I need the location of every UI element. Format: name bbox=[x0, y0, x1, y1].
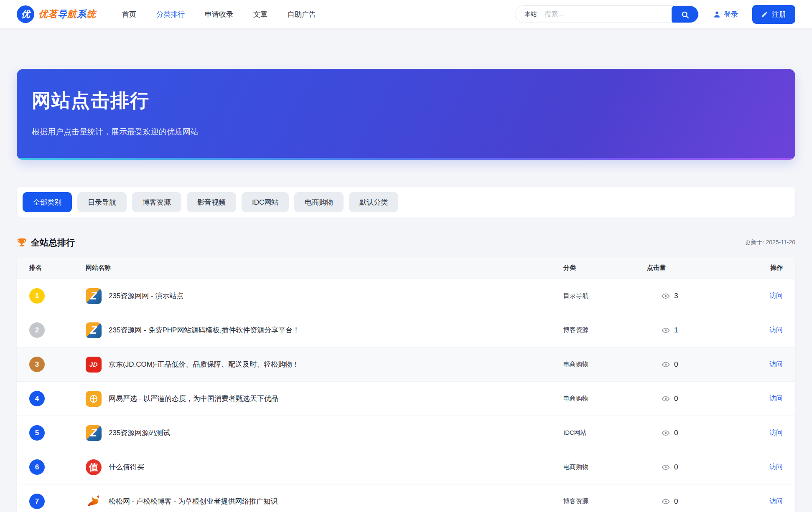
col-site: 网站名称 bbox=[86, 264, 563, 272]
table-row: 3 JD 京东(JD.COM)-正品低价、品质保障、配送及时、轻松购物！ 电商购… bbox=[17, 347, 795, 381]
col-clicks: 点击量 bbox=[647, 264, 745, 272]
site-favicon-z: Z bbox=[86, 425, 102, 441]
site-favicon-z: Z bbox=[86, 322, 102, 338]
filter-idc-sites[interactable]: IDC网站 bbox=[242, 192, 289, 212]
category-filter-bar: 全部类别 目录导航 博客资源 影音视频 IDC网站 电商购物 默认分类 bbox=[17, 187, 795, 218]
visit-link[interactable]: 访问 bbox=[745, 360, 783, 369]
filter-directory-nav[interactable]: 目录导航 bbox=[77, 192, 127, 212]
search-scope-select[interactable]: 本站 bbox=[515, 10, 545, 18]
hero-accent-strip bbox=[17, 158, 795, 160]
table-row: 4 网易严选 - 以严谨的态度，为中国消费者甄选天下优品 电商购物 0 访问 bbox=[17, 381, 795, 416]
site-category: 电商购物 bbox=[563, 360, 647, 368]
eye-icon bbox=[662, 429, 670, 437]
click-count: 3 bbox=[674, 292, 678, 300]
visit-link[interactable]: 访问 bbox=[745, 463, 783, 471]
site-name[interactable]: 网易严选 - 以严谨的态度，为中国消费者甄选天下优品 bbox=[109, 394, 278, 403]
rank-badge: 7 bbox=[29, 494, 45, 509]
table-row: 1 Z 235资源网网 - 演示站点 目录导航 3 访问 bbox=[17, 279, 795, 313]
click-count: 0 bbox=[674, 497, 678, 506]
page-title: 网站点击排行 bbox=[32, 88, 780, 113]
rank-badge: 6 bbox=[29, 459, 45, 475]
filter-ecommerce[interactable]: 电商购物 bbox=[294, 192, 344, 212]
top-navbar: 优 优茗导航系统 首页 分类排行 申请收录 文章 自助广告 本站 bbox=[0, 0, 812, 28]
filter-default-category[interactable]: 默认分类 bbox=[349, 192, 398, 212]
rank-badge: 5 bbox=[29, 425, 45, 441]
site-name[interactable]: 京东(JD.COM)-正品低价、品质保障、配送及时、轻松购物！ bbox=[109, 360, 299, 369]
site-favicon-zhi: 值 bbox=[86, 459, 102, 475]
register-button[interactable]: 注册 bbox=[752, 5, 795, 24]
page-subtitle: 根据用户点击量统计，展示最受欢迎的优质网站 bbox=[32, 127, 780, 137]
navbar-right: 本站 登录 注册 bbox=[515, 5, 795, 24]
col-category: 分类 bbox=[563, 264, 647, 272]
site-favicon-fox bbox=[86, 494, 102, 509]
filter-blog-resources[interactable]: 博客资源 bbox=[132, 192, 181, 212]
visit-link[interactable]: 访问 bbox=[745, 291, 783, 300]
table-row: 5 Z 235资源网源码测试 IDC网站 0 访问 bbox=[17, 416, 795, 450]
site-name[interactable]: 松松网 - 卢松松博客 - 为草根创业者提供网络推广知识 bbox=[109, 497, 277, 506]
site-name[interactable]: 什么值得买 bbox=[109, 462, 144, 472]
nav-item-self-ads[interactable]: 自助广告 bbox=[288, 10, 316, 19]
main-nav: 首页 分类排行 申请收录 文章 自助广告 bbox=[122, 10, 316, 19]
site-name[interactable]: 235资源网 - 免费PHP网站源码模板,插件软件资源分享平台！ bbox=[109, 325, 300, 335]
nav-item-articles[interactable]: 文章 bbox=[253, 10, 267, 19]
table-row: 7 松松网 - 卢松松博客 - 为草根创业者提供网络推广知识 博客资源 0 bbox=[17, 484, 795, 512]
ranking-section-header: 全站总排行 更新于: 2025-11-20 bbox=[17, 237, 795, 248]
eye-icon bbox=[662, 463, 670, 471]
user-icon bbox=[713, 10, 721, 18]
table-row: 2 Z 235资源网 - 免费PHP网站源码模板,插件软件资源分享平台！ 博客资… bbox=[17, 313, 795, 347]
col-action: 操作 bbox=[745, 264, 783, 272]
ranking-table: 排名 网站名称 分类 点击量 操作 1 Z 235资源网网 - 演示站点 目录导… bbox=[17, 257, 795, 512]
brand-name: 优茗导航系统 bbox=[38, 8, 96, 20]
site-category: 博客资源 bbox=[563, 497, 647, 505]
search-button[interactable] bbox=[672, 6, 698, 23]
col-rank: 排名 bbox=[29, 264, 86, 272]
login-label: 登录 bbox=[724, 10, 738, 19]
updated-timestamp: 更新于: 2025-11-20 bbox=[745, 239, 795, 246]
rank-badge-silver: 2 bbox=[29, 322, 45, 338]
eye-icon bbox=[662, 497, 670, 506]
site-category: 电商购物 bbox=[563, 395, 647, 403]
register-label: 注册 bbox=[772, 10, 786, 19]
site-name[interactable]: 235资源网源码测试 bbox=[109, 428, 170, 438]
search-bar: 本站 bbox=[515, 5, 699, 23]
visit-link[interactable]: 访问 bbox=[745, 428, 783, 437]
click-count: 1 bbox=[674, 326, 678, 335]
nav-item-submit-site[interactable]: 申请收录 bbox=[205, 10, 233, 19]
section-title-text: 全站总排行 bbox=[31, 237, 75, 248]
trophy-icon bbox=[17, 238, 27, 248]
site-category: 博客资源 bbox=[563, 326, 647, 334]
site-name[interactable]: 235资源网网 - 演示站点 bbox=[109, 291, 183, 301]
site-category: 目录导航 bbox=[563, 292, 647, 300]
table-header-row: 排名 网站名称 分类 点击量 操作 bbox=[17, 257, 795, 279]
click-count: 0 bbox=[674, 395, 678, 403]
visit-link[interactable]: 访问 bbox=[745, 497, 783, 506]
site-category: 电商购物 bbox=[563, 463, 647, 471]
site-category: IDC网站 bbox=[563, 429, 647, 437]
click-count: 0 bbox=[674, 429, 678, 437]
hero-banner: 网站点击排行 根据用户点击量统计，展示最受欢迎的优质网站 bbox=[17, 69, 795, 160]
eye-icon bbox=[662, 395, 670, 403]
table-row: 6 值 什么值得买 电商购物 0 访问 bbox=[17, 450, 795, 484]
login-link[interactable]: 登录 bbox=[713, 10, 738, 19]
visit-link[interactable]: 访问 bbox=[745, 326, 783, 335]
click-count: 0 bbox=[674, 360, 678, 369]
nav-item-category-ranking[interactable]: 分类排行 bbox=[156, 10, 185, 19]
section-title: 全站总排行 bbox=[17, 237, 75, 248]
eye-icon bbox=[662, 326, 670, 335]
eye-icon bbox=[662, 360, 670, 369]
pencil-icon bbox=[761, 11, 768, 18]
site-favicon-yanxuan bbox=[86, 391, 102, 407]
rank-badge: 4 bbox=[29, 391, 45, 406]
page-content: 网站点击排行 根据用户点击量统计，展示最受欢迎的优质网站 全部类别 目录导航 博… bbox=[0, 28, 812, 512]
click-count: 0 bbox=[674, 463, 678, 471]
brand-logo[interactable]: 优 优茗导航系统 bbox=[17, 5, 96, 23]
site-favicon-z: Z bbox=[86, 288, 102, 304]
eye-icon bbox=[662, 292, 670, 300]
logo-icon: 优 bbox=[17, 5, 34, 23]
nav-item-home[interactable]: 首页 bbox=[122, 10, 136, 19]
filter-video-media[interactable]: 影音视频 bbox=[187, 192, 236, 212]
rank-badge-bronze: 3 bbox=[29, 357, 45, 372]
filter-all-categories[interactable]: 全部类别 bbox=[23, 192, 72, 212]
site-favicon-jd: JD bbox=[86, 357, 102, 373]
visit-link[interactable]: 访问 bbox=[745, 394, 783, 403]
